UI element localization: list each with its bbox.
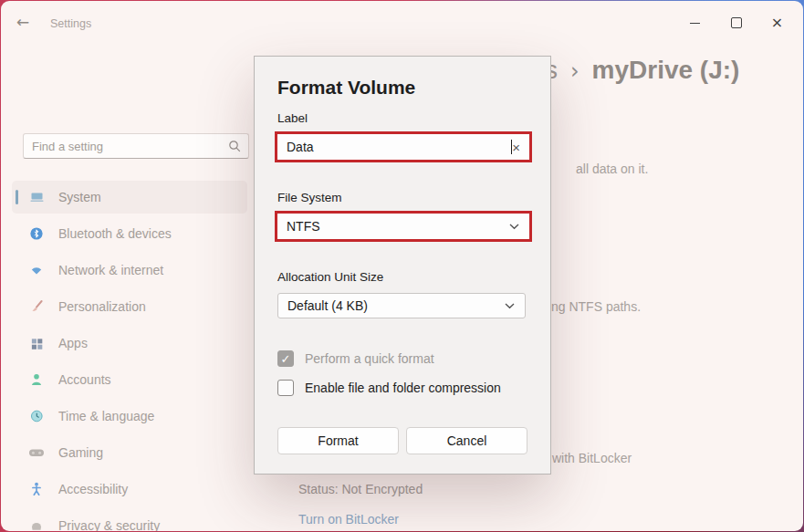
allocation-unit-label: Allocation Unit Size — [277, 270, 383, 284]
game-controller-icon — [28, 445, 45, 461]
sidebar-item-network-internet[interactable]: Network & internet — [12, 254, 247, 287]
label-field-label: Label — [277, 111, 308, 125]
sidebar-item-label: Gaming — [58, 445, 103, 460]
background-text-fragment: with BitLocker — [552, 451, 632, 465]
chevron-down-icon — [505, 303, 515, 309]
label-input[interactable] — [277, 139, 513, 155]
file-system-label: File System — [277, 191, 342, 204]
sidebar-item-label: System — [58, 190, 101, 204]
person-icon — [28, 372, 45, 388]
search-icon — [228, 140, 241, 152]
sidebar-item-label: Network & internet — [58, 263, 163, 277]
label-input-wrap: × — [277, 134, 529, 160]
sidebar-item-privacy-security[interactable]: Privacy & security — [12, 509, 247, 531]
dialog-title: Format Volume — [277, 77, 415, 99]
compression-checkbox-row[interactable]: Enable file and folder compression — [277, 380, 501, 396]
minimize-icon — [690, 23, 700, 24]
format-button[interactable]: Format — [277, 427, 399, 454]
sidebar-item-label: Privacy & security — [58, 518, 160, 531]
apps-grid-icon — [28, 336, 45, 351]
format-volume-dialog: Format Volume Label × File System NTFS A… — [254, 56, 551, 475]
compression-checkbox[interactable] — [277, 380, 294, 396]
sidebar-item-time-language[interactable]: Time & language — [12, 400, 247, 433]
file-system-value: NTFS — [277, 219, 509, 234]
sidebar-item-apps[interactable]: Apps — [12, 327, 247, 360]
compression-label: Enable file and folder compression — [305, 381, 501, 395]
sidebar-item-label: Personalization — [58, 299, 146, 314]
window-controls: × — [674, 10, 798, 36]
close-icon: × — [771, 16, 783, 30]
sidebar-item-accounts[interactable]: Accounts — [12, 363, 247, 396]
cancel-button[interactable]: Cancel — [406, 427, 527, 454]
bitlocker-status-text: Status: Not Encrypted — [298, 482, 423, 496]
wifi-icon — [28, 263, 45, 278]
settings-window: ← Settings × System Bluetooth & devices — [1, 1, 803, 531]
search-input[interactable] — [24, 140, 228, 153]
close-button[interactable]: × — [757, 10, 798, 36]
minimize-button[interactable] — [674, 10, 715, 36]
quick-format-checkbox-row: ✓ Perform a quick format — [277, 350, 434, 367]
sidebar-item-label: Apps — [58, 336, 88, 350]
maximize-button[interactable] — [715, 10, 757, 36]
sidebar-item-label: Time & language — [58, 409, 154, 423]
sidebar-item-label: Accessibility — [58, 482, 128, 496]
chevron-right-icon: › — [570, 58, 580, 84]
privacy-hand-icon — [28, 518, 45, 532]
page-title: myDrive (J:) — [592, 56, 740, 85]
accessibility-icon — [28, 482, 45, 497]
quick-format-label: Perform a quick format — [305, 351, 434, 366]
bluetooth-icon — [28, 226, 45, 242]
file-system-dropdown[interactable]: NTFS — [277, 214, 529, 239]
sidebar-item-gaming[interactable]: Gaming — [12, 436, 247, 469]
turn-on-bitlocker-link[interactable]: Turn on BitLocker — [298, 512, 399, 527]
clear-input-icon[interactable]: × — [512, 141, 520, 154]
chevron-down-icon — [509, 224, 519, 230]
sidebar-item-personalization[interactable]: Personalization — [12, 290, 247, 323]
sidebar-nav: System Bluetooth & devices Network & int… — [12, 181, 247, 531]
app-title: Settings — [50, 17, 91, 30]
system-icon — [28, 190, 45, 205]
brush-icon — [28, 299, 45, 315]
highlight-box-file-system: NTFS — [275, 211, 532, 242]
clock-icon — [28, 409, 45, 424]
sidebar-item-label: Accounts — [58, 372, 111, 387]
background-text-fragment: ng NTFS paths. — [551, 299, 641, 314]
highlight-box-label: × — [275, 131, 532, 162]
sidebar-item-system[interactable]: System — [12, 181, 247, 214]
sidebar-item-label: Bluetooth & devices — [58, 226, 172, 241]
allocation-unit-dropdown[interactable]: Default (4 KB) — [277, 293, 526, 318]
allocation-unit-value: Default (4 KB) — [278, 298, 505, 313]
sidebar-item-bluetooth-devices[interactable]: Bluetooth & devices — [12, 217, 247, 250]
sidebar-item-accessibility[interactable]: Accessibility — [12, 473, 247, 506]
search-box[interactable] — [23, 133, 249, 159]
quick-format-checkbox: ✓ — [277, 350, 294, 367]
background-text-fragment: all data on it. — [576, 162, 648, 176]
back-button[interactable]: ← — [16, 13, 29, 31]
maximize-icon — [731, 17, 742, 28]
selection-indicator — [16, 190, 18, 204]
